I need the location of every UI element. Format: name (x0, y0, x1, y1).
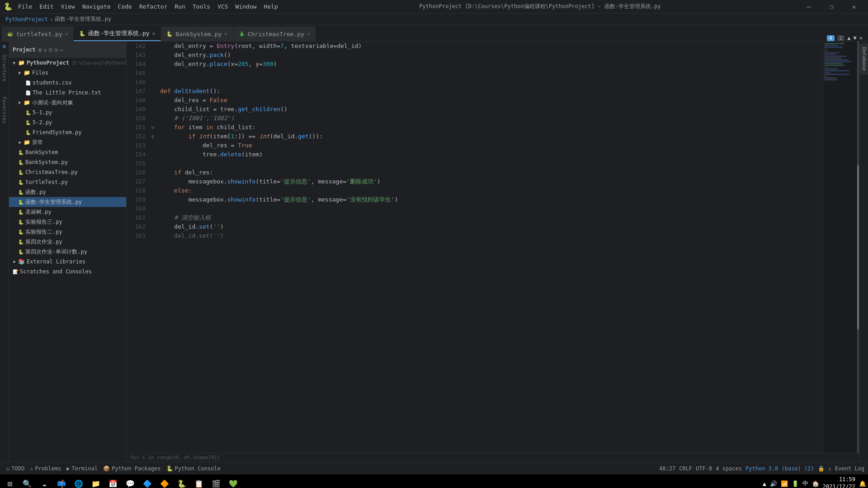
tray-icon5[interactable]: 中 (802, 479, 808, 488)
bottombar-tab-terminal[interactable]: ▶ Terminal (64, 462, 100, 474)
close-button[interactable]: ✕ (844, 0, 864, 14)
bottombar-tab-problems[interactable]: ⚠ Problems (27, 462, 64, 474)
taskbar-mail[interactable]: 📫 (53, 475, 70, 488)
menu-refactor[interactable]: Refactor (136, 2, 171, 11)
tab-close[interactable]: ✕ (224, 31, 227, 37)
tree-root[interactable]: ▼ 📁 PythonProject D:\Courses\Pythont (9, 58, 126, 68)
minimize-button[interactable]: — (798, 0, 819, 14)
panel-action-collapse[interactable]: ⊟ (49, 47, 52, 53)
tree-item-external[interactable]: ▼ 📚 External Libraries (9, 257, 126, 267)
tree-item-friendsystem[interactable]: 🐍 FriendSystem.py (9, 127, 126, 137)
taskbar-widgets[interactable]: ☁ (36, 475, 52, 488)
menu-run[interactable]: Run (171, 2, 189, 11)
menu-file[interactable]: File (14, 2, 36, 11)
code-line-149: child_list = tree.get_children() (160, 105, 819, 114)
taskbar-app1[interactable]: 📅 (105, 475, 121, 488)
tree-item-banksystem[interactable]: 🐍 BankSystem.py (9, 157, 126, 167)
taskbar-wechat[interactable]: 💚 (225, 475, 241, 488)
taskbar-browser[interactable]: 🌐 (71, 475, 87, 488)
find-prev[interactable]: ▲ (847, 35, 850, 41)
breadcrumb-project[interactable]: PythonProject (5, 16, 48, 23)
tab-turtletest[interactable]: 🐢 turtleTest.py ✕ (2, 27, 74, 41)
tree-item-christmastree[interactable]: 🐍 ChristmasTree.py (9, 167, 126, 177)
taskbar-search[interactable]: 🔍 (19, 475, 35, 488)
tree-item-turtletest[interactable]: 🐍 turtleTest.py (9, 177, 126, 187)
menu-code[interactable]: Code (114, 2, 136, 11)
tree-item-shiyan2[interactable]: 🐍 实验报告二.py (9, 227, 126, 237)
menu-window[interactable]: Window (232, 2, 260, 11)
maximize-button[interactable]: ❐ (821, 0, 842, 14)
tree-item-disi[interactable]: 🐍 第四次作业.py (9, 237, 126, 247)
taskbar-app6[interactable]: 🎬 (208, 475, 224, 488)
database-icon[interactable]: Database (859, 43, 868, 75)
menu-bar: File Edit View Navigate Code Refactor Ru… (14, 2, 282, 11)
tree-item-guanli[interactable]: 🐍 函数-学生管理系统.py (9, 197, 126, 207)
fold-arrow-153[interactable]: ▽ (149, 132, 156, 141)
bottombar-tab-packages[interactable]: 📦 Python Packages (100, 462, 163, 474)
py-icon: 🐍 (18, 150, 24, 155)
tree-item-banksystem-noext[interactable]: 🐍 BankSystem (9, 147, 126, 157)
panel-action-add[interactable]: ⊕ (38, 47, 42, 53)
tab-guanli[interactable]: 🐍 函数-学生管理系统.py ✕ (74, 27, 161, 41)
tab-close[interactable]: ✕ (307, 31, 310, 37)
tree-item-folder-yichang[interactable]: ▼ 📁 异常 (9, 137, 126, 147)
panel-action-minimize[interactable]: — (60, 47, 63, 53)
bottombar-tab-console[interactable]: 🐍 Python Console (164, 462, 223, 474)
find-next[interactable]: ▼ (854, 35, 857, 41)
tab-christmas[interactable]: 🎄 ChristmasTree.py ✕ (233, 27, 316, 41)
panel-action-sync[interactable]: ↕ (43, 47, 47, 53)
menu-vcs[interactable]: VCS (214, 2, 231, 11)
tree-item-studentscsv[interactable]: 📄 students.csv (9, 78, 126, 88)
tree-item-files[interactable]: ▼ 📁 Files (9, 68, 126, 78)
tray-icon2[interactable]: 🔊 (770, 480, 777, 487)
tree-item-scratches[interactable]: 📝 Scratches and Consoles (9, 267, 126, 277)
tab-banksystem[interactable]: 🐍 BankSystem.py ✕ (161, 27, 233, 41)
menu-view[interactable]: View (57, 2, 79, 11)
tree-item-shengdanshu[interactable]: 🐍 圣诞树.py (9, 207, 126, 217)
menu-edit[interactable]: Edit (36, 2, 57, 11)
bottombar-tab-todo[interactable]: ☑ TODO (4, 462, 27, 474)
notifications-icon[interactable]: 🔔 (859, 480, 866, 487)
py-icon: 🐍 (18, 210, 24, 215)
python-version[interactable]: Python 3.8 (base) (2) (745, 465, 814, 472)
menu-help[interactable]: Help (260, 2, 282, 11)
taskbar-clock[interactable]: 11:59 2021/12/22 (823, 476, 855, 488)
fold-arrow-152[interactable]: ▽ (149, 123, 156, 132)
tray-icon1[interactable]: ▲ (763, 480, 766, 487)
taskbar-pycharm[interactable]: 🐍 (174, 475, 190, 488)
tree-item-51py[interactable]: 🐍 5-1.py (9, 108, 126, 117)
panel-title: Project (13, 47, 36, 53)
menu-tools[interactable]: Tools (189, 2, 214, 11)
tree-item-danjici[interactable]: 🐍 第四次作业-单词计数.py (9, 247, 126, 257)
tree-item-hanshu[interactable]: 🐍 函数.py (9, 187, 126, 197)
tab-close[interactable]: ✕ (152, 31, 156, 37)
structure-icon[interactable]: Structure (1, 55, 7, 82)
project-icon[interactable]: ⊞ (1, 45, 7, 48)
taskbar-files[interactable]: 📁 (88, 475, 104, 488)
tab-close[interactable]: ✕ (65, 31, 68, 37)
file-label: 实验报告二.py (25, 228, 62, 236)
code-line-156: if del_res: (160, 168, 819, 177)
tray-icon6[interactable]: 🏠 (812, 480, 819, 487)
taskbar-app5[interactable]: 📋 (191, 475, 207, 488)
tree-item-littleprince[interactable]: 📄 The Little Prince.txt (9, 88, 126, 98)
taskbar-app2[interactable]: 💬 (122, 475, 138, 488)
code-line-163: del_id.set('') (160, 231, 819, 240)
menu-navigate[interactable]: Navigate (79, 2, 114, 11)
panel-action-settings[interactable]: ⚙ (54, 47, 58, 53)
tray-icon4[interactable]: 🔋 (792, 480, 799, 487)
encoding: UTF-8 (696, 465, 712, 472)
favorites-icon[interactable]: Favorites (1, 97, 7, 124)
tree-item-52py[interactable]: 🐍 5-2.py (9, 117, 126, 127)
tree-item-folder-xiaoceshi[interactable]: ▼ 📁 小测试-面向对象 (9, 98, 126, 108)
find-close[interactable]: ✕ (859, 35, 863, 41)
tree-item-shiyan3[interactable]: 🐍 实验报告三.py (9, 217, 126, 227)
tray-icon3[interactable]: 📶 (781, 480, 788, 487)
code-content[interactable]: del_entry = Entry(root, width=7, textvar… (156, 42, 823, 453)
taskbar-app4[interactable]: 🔶 (156, 475, 173, 488)
editor-wrapper: 142 143 144 145 146 147 148 149 150 151 … (127, 42, 859, 453)
code-line-152: if int(item[1:]) == int(del_id.get()): (160, 132, 819, 141)
event-log[interactable]: Event Log (835, 465, 864, 472)
taskbar-app3[interactable]: 🔷 (139, 475, 156, 488)
taskbar-start[interactable]: ⊞ (2, 475, 18, 488)
